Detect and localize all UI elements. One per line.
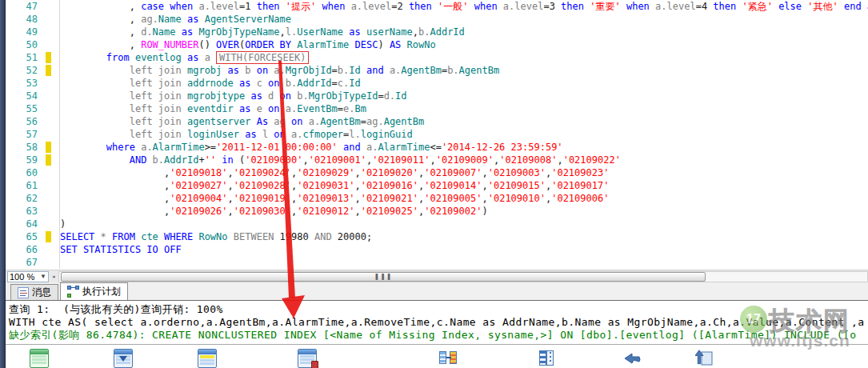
- line-number: 52: [6, 64, 46, 77]
- change-tracking-bar: [46, 193, 51, 204]
- line-number: 61: [6, 179, 46, 192]
- results-tabs: 消息 执行计划: [6, 282, 868, 300]
- horizontal-scrollbar-thumb[interactable]: ❚❚❚: [61, 272, 706, 282]
- zoom-level-value: 100 %: [10, 272, 40, 282]
- forceseek-red-box: WITH(FORCESEEK): [216, 51, 309, 64]
- line-number: 48: [6, 13, 46, 26]
- code-line: 64): [6, 218, 868, 230]
- code-line: 50 , ROW_NUMBER() OVER(ORDER BY AlarmTim…: [6, 38, 868, 51]
- line-number: 60: [6, 166, 46, 179]
- table-highlight-row-icon[interactable]: [198, 349, 217, 368]
- change-tracking-bar: [46, 167, 51, 178]
- line-number: 56: [6, 115, 46, 128]
- change-tracking-bar: [46, 116, 51, 127]
- change-tracking-bar: [46, 218, 51, 230]
- change-tracking-bar: [46, 90, 51, 102]
- change-tracking-bar: [46, 154, 51, 166]
- line-number: 54: [6, 90, 46, 102]
- code-line: 59 AND b.AddrId+'' in ('02109000','02109…: [6, 154, 868, 166]
- line-number: 64: [6, 218, 46, 230]
- scroll-left-button[interactable]: ◂: [49, 271, 58, 282]
- code-line: 57 left join loginUser as l on a.cfmoper…: [6, 128, 868, 141]
- code-line: 49 , d.Name as MgrObjTypeName,l.UserName…: [6, 26, 868, 38]
- line-number: 63: [6, 205, 46, 218]
- merge-arrow-icon[interactable]: [623, 349, 642, 368]
- statement-text: WITH cte AS( select a.orderno,a.AgentBm,…: [6, 316, 868, 329]
- zoom-level-combo[interactable]: 100 % ▼: [7, 271, 49, 282]
- sort-operator-icon[interactable]: [538, 349, 557, 368]
- code-line: 58 where a.AlarmTime>='2011-12-01 00:00:…: [6, 141, 868, 154]
- change-tracking-bar: [46, 103, 51, 114]
- line-number: 50: [6, 38, 46, 51]
- code-line: 62 ,'02109004','02109019','02109013','02…: [6, 192, 868, 205]
- change-tracking-bar: [46, 142, 51, 153]
- line-number: 62: [6, 192, 46, 205]
- join-operator-icon[interactable]: [439, 349, 458, 368]
- code-line: 61 ,'02109027','02109028','02109031','02…: [6, 179, 868, 192]
- missing-index-text[interactable]: 缺少索引(影响 86.4784): CREATE NONCLUSTERED IN…: [6, 329, 868, 342]
- change-tracking-bar: [46, 231, 51, 242]
- tab-execution-plan-label: 执行计划: [82, 285, 121, 298]
- execution-plan-panel[interactable]: 查询 1: (与该批有关的)查询开销: 100% WITH cte AS( se…: [6, 300, 868, 368]
- messages-icon: [18, 287, 29, 298]
- line-number: 53: [6, 77, 46, 90]
- line-number: 67: [6, 256, 46, 269]
- code-line: 63 ,'02109026','02109030','02109012','02…: [6, 205, 868, 218]
- code-line: 55 left join eventdir as e on a.EventBm=…: [6, 102, 868, 115]
- line-number: 57: [6, 128, 46, 141]
- code-line: 54 left join mgrobjtype as d on b.MgrObj…: [6, 90, 868, 102]
- line-number: 66: [6, 243, 46, 256]
- change-tracking-bar: [46, 129, 51, 140]
- change-tracking-bar: [46, 52, 51, 63]
- code-line: 52 left join mgrobj as b on a.MgrObjId=b…: [6, 64, 868, 77]
- change-tracking-bar: [46, 39, 51, 50]
- line-number: 55: [6, 102, 46, 115]
- plan-operator-strip: [6, 345, 868, 367]
- change-tracking-bar: [46, 26, 51, 38]
- change-tracking-bar: [46, 257, 51, 268]
- sql-editor[interactable]: 47 , case when a.level=1 then '提示' when …: [6, 0, 868, 270]
- key-lookup-table-icon[interactable]: [298, 349, 317, 368]
- chevron-down-icon: ▼: [40, 273, 46, 280]
- line-number: 49: [6, 26, 46, 38]
- code-line: 66SET STATISTICS IO OFF: [6, 243, 868, 256]
- change-tracking-bar: [46, 180, 51, 191]
- horizontal-scrollbar[interactable]: ❚❚❚: [58, 271, 868, 282]
- line-number: 47: [6, 0, 46, 13]
- editor-statusbar: 100 % ▼ ◂ ❚❚❚: [6, 270, 868, 282]
- tab-messages[interactable]: 消息: [10, 284, 58, 300]
- filter-table-icon[interactable]: [114, 349, 133, 368]
- change-tracking-bar: [46, 206, 51, 217]
- line-number: 58: [6, 141, 46, 154]
- tab-execution-plan[interactable]: 执行计划: [60, 282, 128, 300]
- line-number: 59: [6, 154, 46, 166]
- code-line: 60 ,'02109018','02109024','02109029','02…: [6, 166, 868, 179]
- change-tracking-bar: [46, 78, 51, 89]
- code-line: 48 , ag.Name as AgentServerName: [6, 13, 868, 26]
- line-number: 51: [6, 51, 46, 64]
- code-line: 51 from eventlog as a WITH(FORCESEEK): [6, 51, 868, 64]
- code-line: 67: [6, 256, 868, 269]
- code-line: 47 , case when a.level=1 then '提示' when …: [6, 0, 868, 13]
- code-line: 65SELECT * FROM cte WHERE RowNo BETWEEN …: [6, 230, 868, 243]
- execution-plan-icon: [67, 286, 79, 298]
- change-tracking-bar: [46, 1, 51, 12]
- change-tracking-bar: [46, 244, 51, 255]
- table-scan-green-icon[interactable]: [30, 349, 49, 368]
- insert-operator-icon[interactable]: [695, 349, 714, 368]
- docked-panel-strip[interactable]: [0, 0, 6, 368]
- ssms-window: 47 , case when a.level=1 then '提示' when …: [0, 0, 868, 368]
- query-cost-text: 查询 1: (与该批有关的)查询开销: 100%: [6, 303, 868, 316]
- code-lines: 47 , case when a.level=1 then '提示' when …: [6, 0, 868, 269]
- code-line: 53 left join addrnode as c on b.AddrId=c…: [6, 77, 868, 90]
- tab-messages-label: 消息: [32, 286, 51, 299]
- change-tracking-bar: [46, 14, 51, 25]
- line-number: 65: [6, 230, 46, 243]
- change-tracking-bar: [46, 65, 51, 76]
- scrollbar-grip-icon: ❚❚❚: [374, 273, 392, 280]
- code-line: 56 left join agentserver As ag on a.Agen…: [6, 115, 868, 128]
